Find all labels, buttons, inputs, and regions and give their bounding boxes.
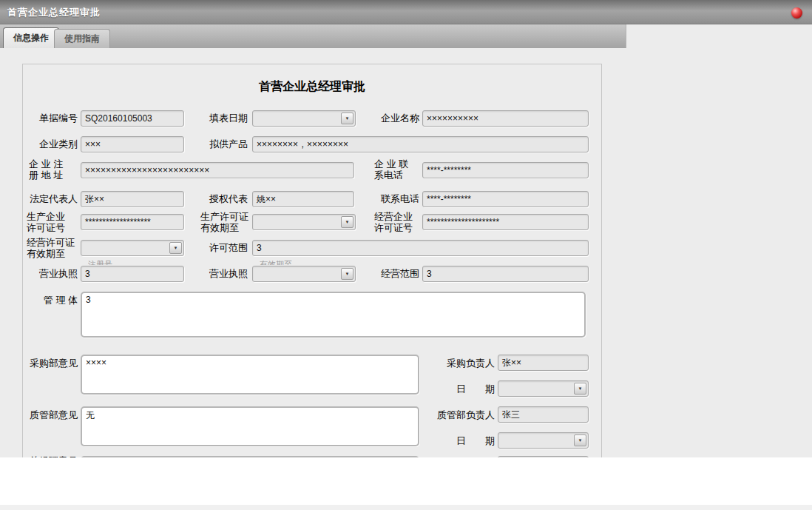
prod-license-no-field[interactable]: ******************* <box>81 214 184 230</box>
products-label: 拟供产品 <box>149 138 248 150</box>
purchase-opinion-textarea[interactable]: ×××× <box>81 355 419 395</box>
prod-license-no-label: 生产企业 许可证号 <box>27 211 65 233</box>
oper-license-expiry-label: 经营许可证 有效期至 <box>27 237 75 259</box>
tab-user-guide[interactable]: 使用指南 <box>54 29 110 48</box>
dropdown-arrow-icon[interactable]: ▼ <box>574 434 586 446</box>
quality-opinion-textarea[interactable]: 无 <box>81 406 419 446</box>
quality-date-combo[interactable]: 2019-01-15 ▼ <box>498 432 589 449</box>
products-field[interactable]: ××××××××，×××××××× <box>252 136 589 152</box>
quality-opinion-label: 质管部意见 <box>23 409 78 420</box>
purchase-date-combo[interactable]: 2016-01-10 ▼ <box>498 380 589 397</box>
biz-scope-field[interactable]: 3 <box>422 266 589 282</box>
dropdown-arrow-icon[interactable]: ▼ <box>574 383 586 395</box>
tab-info-operation[interactable]: 信息操作 <box>3 27 59 48</box>
biz-license-no-clipped-text: 注册号 <box>88 261 140 265</box>
quality-manager-field[interactable]: 张三 <box>498 406 589 423</box>
prod-license-expiry-combo[interactable]: 2016-10-31 ▼ <box>252 214 356 230</box>
gm-opinion-label: 总经理意见 <box>23 455 78 457</box>
reg-address-label: 企 业 注 册 地 址 <box>29 158 63 181</box>
company-phone-label: 企 业 联 系电话 <box>374 158 408 181</box>
purchase-opinion-label: 采购部意见 <box>23 358 78 369</box>
biz-scope-label: 经营范围 <box>326 268 419 279</box>
license-scope-label: 许可范围 <box>149 242 248 253</box>
company-name-label: 企业名称 <box>326 113 419 124</box>
auth-rep-label: 授权代表 <box>149 193 248 204</box>
app-window: 首营企业总经理审批 信息操作 使用指南 首营企业总经理审批 单据编号 SQ201… <box>0 0 812 510</box>
content-area: 首营企业总经理审批 单据编号 SQ20160105003 填表日期 2016-0… <box>0 24 812 457</box>
gm-opinion-textarea[interactable] <box>81 456 419 457</box>
dropdown-arrow-icon[interactable]: ▼ <box>341 216 353 228</box>
window-title: 首营企业总经理审批 <box>7 6 101 19</box>
gm-manager-field[interactable] <box>498 456 589 457</box>
contact-phone-field[interactable]: ****-******** <box>422 191 589 207</box>
biz-license-expiry-clipped-text: 有效期至 <box>260 261 311 265</box>
purchase-manager-label: 采购负责人 <box>393 358 495 369</box>
tab-bar: 信息操作 使用指南 <box>0 24 626 48</box>
purchase-date-label: 日 期 <box>393 383 495 395</box>
prod-license-expiry-label: 生产许可证 有效期至 <box>200 211 248 233</box>
quality-date-label: 日 期 <box>393 435 495 446</box>
window-titlebar: 首营企业总经理审批 <box>0 0 812 24</box>
oper-license-no-field[interactable]: ********************* <box>422 214 589 230</box>
company-name-field[interactable]: ×××××××××× <box>422 110 589 127</box>
quality-manager-label: 质管部负责人 <box>393 409 495 420</box>
legal-rep-label: 法定代表人 <box>24 193 78 204</box>
license-scope-field[interactable]: 3 <box>252 240 589 256</box>
purchase-manager-field[interactable]: 张×× <box>498 355 589 371</box>
biz-license-expiry-label: 营业执照 <box>149 268 248 279</box>
company-phone-field[interactable]: ****-******** <box>422 162 589 178</box>
doc-no-label: 单据编号 <box>24 113 78 124</box>
mgmt-system-textarea[interactable]: 3 <box>81 292 586 338</box>
biz-license-no-label: 营业执照 <box>24 268 78 279</box>
form-panel: 首营企业总经理审批 单据编号 SQ20160105003 填表日期 2016-0… <box>22 64 602 457</box>
mgmt-system-label: 管 理 体 <box>24 295 78 306</box>
form-title: 首营企业总经理审批 <box>23 79 601 95</box>
red-status-orb-icon[interactable] <box>791 7 802 19</box>
fill-date-label: 填表日期 <box>149 113 248 124</box>
reg-address-field[interactable]: ×××××××××××××××××××××××× <box>81 162 354 178</box>
company-type-label: 企业类别 <box>24 138 78 150</box>
contact-phone-label: 联系电话 <box>326 193 419 204</box>
bottom-edge-strip <box>0 505 812 510</box>
oper-license-no-label: 经营企业 许可证号 <box>374 211 413 233</box>
